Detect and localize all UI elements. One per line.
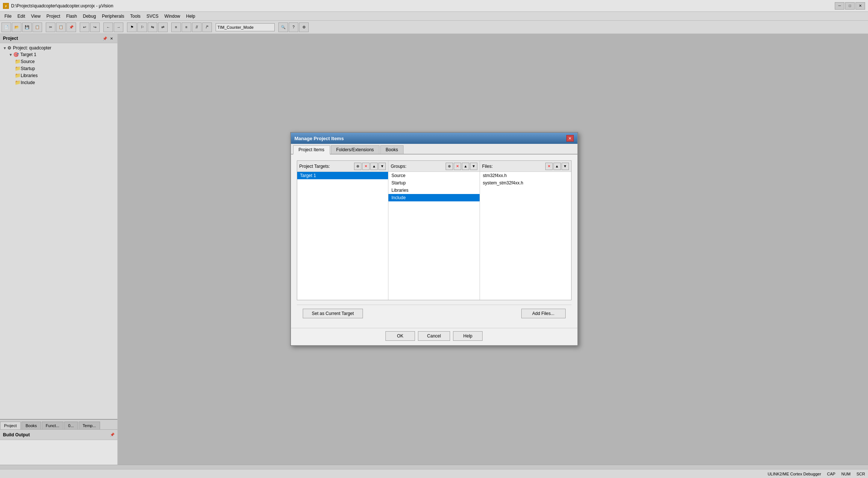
- manage-project-dialog: Manage Project Items ✕ Project Items Fol…: [290, 132, 578, 346]
- set-current-target-button[interactable]: Set as Current Target: [303, 309, 363, 318]
- groups-up-button[interactable]: ▲: [462, 163, 469, 170]
- group-item-libraries[interactable]: Libraries: [388, 187, 480, 194]
- dialog-title: Manage Project Items: [295, 136, 344, 141]
- modal-overlay: Manage Project Items ✕ Project Items Fol…: [0, 0, 868, 478]
- targets-down-button[interactable]: ▼: [378, 163, 386, 170]
- groups-panel-label: Groups:: [391, 164, 406, 169]
- file-item-1[interactable]: system_stm32f4xx.h: [480, 179, 571, 187]
- group-item-startup[interactable]: Startup: [388, 179, 480, 187]
- dialog-tab-folders[interactable]: Folders/Extensions: [331, 145, 380, 154]
- groups-delete-button[interactable]: ✕: [454, 163, 461, 170]
- dialog-action-row: OK Cancel Help: [291, 328, 577, 345]
- help-button[interactable]: Help: [453, 331, 483, 341]
- dialog-close-button[interactable]: ✕: [566, 135, 574, 142]
- targets-up-button[interactable]: ▲: [370, 163, 378, 170]
- files-down-button[interactable]: ▼: [562, 163, 569, 170]
- group-item-source[interactable]: Source: [388, 172, 480, 179]
- targets-delete-button[interactable]: ✕: [362, 163, 370, 170]
- files-panel-label: Files:: [482, 164, 493, 169]
- file-item-0[interactable]: stm32f4xx.h: [480, 172, 571, 179]
- target-item-0[interactable]: Target 1: [297, 172, 388, 179]
- groups-down-button[interactable]: ▼: [470, 163, 477, 170]
- files-panel-buttons: ✕ ▲ ▼: [545, 163, 569, 170]
- targets-panel-content: Target 1: [297, 172, 388, 300]
- groups-panel-header: Groups: ⊕ ✕ ▲ ▼: [388, 161, 480, 172]
- group-item-include[interactable]: Include: [388, 194, 480, 201]
- groups-panel-buttons: ⊕ ✕ ▲ ▼: [446, 163, 477, 170]
- targets-panel-label: Project Targets:: [299, 164, 330, 169]
- dialog-tab-project-items[interactable]: Project Items: [293, 145, 330, 155]
- files-delete-button[interactable]: ✕: [545, 163, 553, 170]
- dialog-tab-books[interactable]: Books: [380, 145, 404, 154]
- dialog-bottom: Set as Current Target Add Files...: [297, 305, 572, 322]
- dialog-tabs: Project Items Folders/Extensions Books: [291, 144, 577, 155]
- dialog-bottom-left: Set as Current Target: [303, 309, 363, 318]
- targets-panel-buttons: ⊕ ✕ ▲ ▼: [354, 163, 386, 170]
- files-panel-content: stm32f4xx.h system_stm32f4xx.h: [480, 172, 571, 300]
- groups-panel: Groups: ⊕ ✕ ▲ ▼ Source Startup Librari: [388, 161, 480, 300]
- ok-button[interactable]: OK: [385, 331, 415, 341]
- dialog-body: Project Targets: ⊕ ✕ ▲ ▼ Target 1: [291, 155, 577, 328]
- main-window: µ D:\Projects\quadcopter\quadcopter.uvpr…: [0, 0, 868, 478]
- targets-panel-header: Project Targets: ⊕ ✕ ▲ ▼: [297, 161, 388, 172]
- add-files-button[interactable]: Add Files...: [521, 309, 566, 318]
- groups-panel-content: Source Startup Libraries Include: [388, 172, 480, 300]
- dialog-title-bar: Manage Project Items ✕: [291, 133, 577, 144]
- targets-panel: Project Targets: ⊕ ✕ ▲ ▼ Target 1: [297, 161, 389, 300]
- files-panel: Files: ✕ ▲ ▼ stm32f4xx.h system_stm32f4x…: [480, 161, 571, 300]
- groups-add-button[interactable]: ⊕: [446, 163, 453, 170]
- files-up-button[interactable]: ▲: [553, 163, 561, 170]
- targets-add-button[interactable]: ⊕: [354, 163, 361, 170]
- three-panel-container: Project Targets: ⊕ ✕ ▲ ▼ Target 1: [297, 160, 572, 300]
- cancel-button[interactable]: Cancel: [418, 331, 450, 341]
- files-panel-header: Files: ✕ ▲ ▼: [480, 161, 571, 172]
